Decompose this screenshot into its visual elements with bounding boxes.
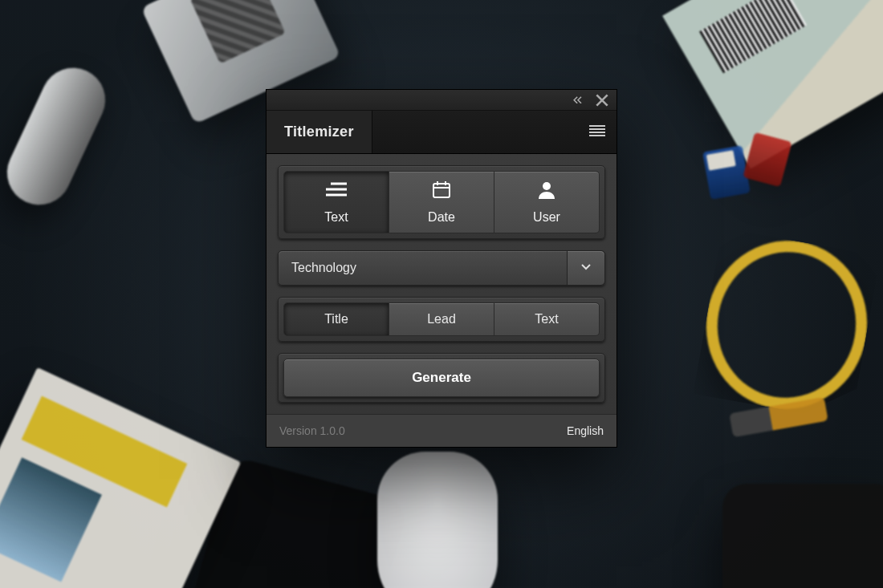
- content-type-tabs: Text Date User: [278, 165, 605, 239]
- tab-label: User: [533, 210, 560, 225]
- bg-cable: [693, 228, 880, 422]
- close-icon[interactable]: [596, 94, 608, 107]
- tab-label: Text: [324, 210, 348, 225]
- tab-user[interactable]: User: [494, 171, 600, 233]
- tab-date[interactable]: Date: [389, 171, 494, 233]
- segment-title[interactable]: Title: [283, 302, 389, 336]
- segment-text[interactable]: Text: [494, 302, 600, 336]
- tab-label: Date: [428, 210, 455, 225]
- segment-lead[interactable]: Lead: [389, 302, 494, 336]
- version-label: Version 1.0.0: [279, 424, 345, 437]
- menu-button[interactable]: [578, 111, 616, 153]
- titlemizer-panel: Titlemizer Text Date: [267, 90, 616, 447]
- app-title: Titlemizer: [267, 111, 372, 153]
- hamburger-icon: [589, 125, 605, 140]
- text-lines-icon: [326, 180, 347, 202]
- category-dropdown[interactable]: Technology: [278, 250, 605, 286]
- output-format-segment: Title Lead Text: [278, 297, 605, 342]
- language-selector[interactable]: English: [567, 424, 604, 437]
- chevron-down-icon: [581, 261, 591, 275]
- collapse-icon[interactable]: [572, 94, 584, 107]
- dropdown-selected-label: Technology: [279, 251, 568, 285]
- generate-row: Generate: [278, 353, 605, 403]
- dropdown-toggle[interactable]: [568, 251, 604, 285]
- generate-button[interactable]: Generate: [283, 359, 600, 397]
- svg-point-1: [543, 182, 551, 190]
- window-system-bar: [267, 90, 616, 111]
- calendar-icon: [431, 180, 452, 202]
- tab-text[interactable]: Text: [283, 171, 389, 233]
- panel-footer: Version 1.0.0 English: [267, 414, 616, 447]
- svg-rect-0: [433, 184, 450, 197]
- bg-appletv: [722, 484, 883, 588]
- bg-mouse: [377, 452, 498, 588]
- bg-mic: [0, 58, 116, 216]
- user-icon: [536, 180, 557, 202]
- title-bar: Titlemizer: [267, 111, 616, 154]
